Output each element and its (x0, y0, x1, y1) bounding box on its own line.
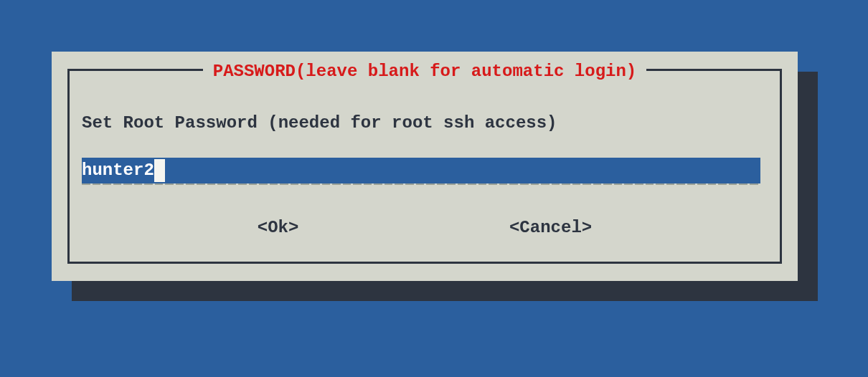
dialog-title-wrap: PASSWORD(leave blank for automatic login… (52, 62, 798, 81)
ok-button[interactable]: <Ok> (258, 218, 299, 237)
dialog-prompt: Set Root Password (needed for root ssh a… (82, 113, 557, 133)
dialog-buttons: <Ok> <Cancel> (52, 218, 798, 237)
cancel-button[interactable]: <Cancel> (509, 218, 592, 237)
password-dialog: PASSWORD(leave blank for automatic login… (52, 52, 798, 281)
password-input-value: hunter2 (82, 161, 154, 180)
text-cursor-icon (154, 159, 165, 182)
input-underline (82, 183, 760, 186)
dialog-title: PASSWORD(leave blank for automatic login… (203, 62, 647, 81)
password-input[interactable]: hunter2 (82, 158, 760, 183)
